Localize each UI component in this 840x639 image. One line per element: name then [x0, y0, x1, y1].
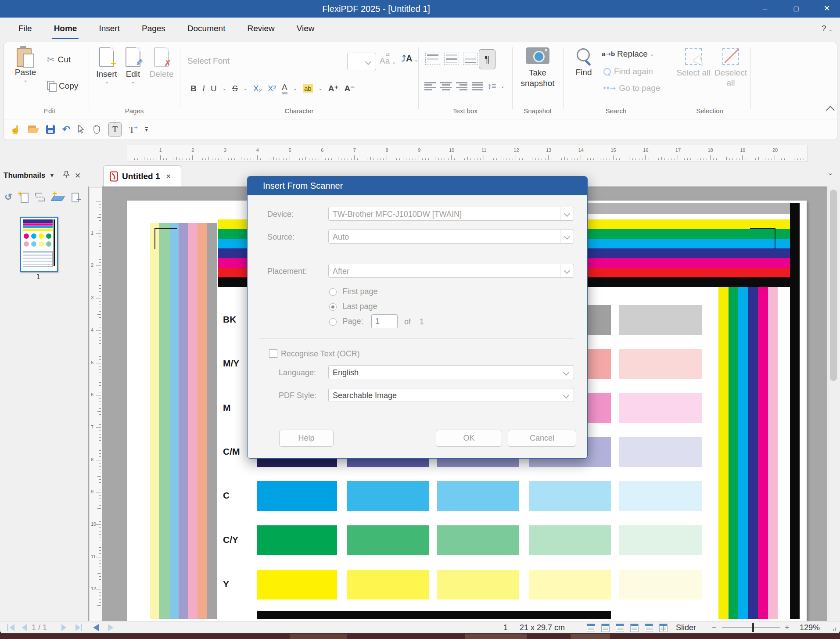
- font-color-button[interactable]: A: [282, 83, 287, 94]
- collapse-ribbon-icon[interactable]: [826, 106, 835, 115]
- pin-icon[interactable]: [62, 170, 70, 181]
- insert-page-button[interactable]: + Insert ⌄: [94, 47, 119, 85]
- last-page-radio[interactable]: Last page: [329, 302, 377, 312]
- split-page-icon[interactable]: [35, 193, 45, 201]
- touch-mode-icon[interactable]: ☝: [10, 125, 21, 135]
- scrollbar-thumb[interactable]: [830, 190, 837, 381]
- line-spacing-icon[interactable]: ↕≡: [488, 82, 496, 91]
- chevron-down-icon[interactable]: ▼: [49, 172, 55, 179]
- replace-button[interactable]: a➝b Replace ⌄: [602, 49, 654, 59]
- book-view-icon[interactable]: [659, 624, 668, 632]
- new-page-icon[interactable]: +: [19, 192, 28, 202]
- export-page-icon[interactable]: →: [71, 192, 82, 202]
- panel-divider[interactable]: [88, 187, 89, 621]
- align-center-icon[interactable]: [440, 82, 452, 91]
- align-top-icon[interactable]: [425, 53, 440, 65]
- align-bottom-icon[interactable]: [463, 53, 478, 65]
- minimize-button[interactable]: –: [758, 3, 772, 14]
- help-button[interactable]: Help: [279, 430, 334, 447]
- zoom-in-button[interactable]: +: [785, 623, 790, 632]
- zoom-slider-handle[interactable]: [752, 623, 754, 632]
- menu-insert[interactable]: Insert: [97, 24, 122, 39]
- previous-page-nav-icon[interactable]: [22, 624, 27, 631]
- actual-size-view-icon[interactable]: [587, 624, 595, 632]
- add-text-tool-icon[interactable]: T+: [129, 124, 138, 135]
- menu-view[interactable]: View: [295, 24, 316, 39]
- highlight-button[interactable]: ab: [303, 84, 313, 93]
- cancel-button[interactable]: Cancel: [508, 430, 576, 447]
- first-page-nav-icon[interactable]: [10, 624, 14, 631]
- take-snapshot-button[interactable]: Take snapshot: [516, 47, 560, 89]
- copy-button[interactable]: Copy: [47, 81, 78, 91]
- help-menu[interactable]: ? ⌄: [822, 24, 833, 33]
- align-justify-icon[interactable]: [472, 82, 483, 91]
- page-thumbnail[interactable]: [20, 217, 58, 272]
- find-again-button[interactable]: Find again: [603, 67, 653, 76]
- show-paragraph-marks-toggle[interactable]: ¶: [479, 49, 495, 69]
- fit-width-view-icon[interactable]: [601, 624, 610, 632]
- menu-home[interactable]: Home: [52, 24, 79, 39]
- maximize-button[interactable]: ▢: [790, 3, 803, 14]
- more-tools-icon[interactable]: ▾: [145, 127, 148, 132]
- menu-document[interactable]: Document: [186, 24, 227, 39]
- page-radio[interactable]: Page:: [329, 317, 363, 327]
- close-tab-icon[interactable]: ✕: [166, 172, 172, 180]
- underline-button[interactable]: U: [211, 84, 217, 93]
- superscript-button[interactable]: X²: [268, 84, 276, 93]
- menu-file[interactable]: File: [17, 24, 34, 39]
- dialog-title-bar[interactable]: Insert From Scanner: [248, 176, 587, 195]
- last-page-nav-icon[interactable]: [75, 624, 80, 631]
- first-page-radio[interactable]: First page: [329, 287, 378, 297]
- align-left-icon[interactable]: [424, 82, 436, 91]
- open-folder-icon[interactable]: [28, 126, 39, 133]
- device-select[interactable]: TW-Brother MFC-J1010DW [TWAIN]: [328, 207, 574, 221]
- facing-pages-view-icon[interactable]: [645, 624, 653, 632]
- bold-button[interactable]: B: [190, 84, 197, 93]
- go-to-page-button[interactable]: ‣‣➝ Go to page: [603, 83, 660, 93]
- pdf-style-select[interactable]: Searchable Image: [328, 388, 574, 402]
- document-tab[interactable]: Untitled 1 ✕: [103, 165, 181, 187]
- save-icon[interactable]: [46, 125, 55, 134]
- change-case-button[interactable]: ⇄ Aa ⌄: [380, 53, 396, 66]
- ok-button[interactable]: OK: [436, 430, 502, 447]
- back-view-icon[interactable]: [93, 624, 99, 631]
- menu-pages[interactable]: Pages: [140, 24, 167, 39]
- grow-font-button[interactable]: A⁺: [328, 83, 339, 93]
- font-name-field[interactable]: Select Font: [187, 56, 230, 66]
- edit-page-button[interactable]: ✎ Edit ⌄: [122, 47, 144, 85]
- shrink-font-button[interactable]: A⁻: [345, 83, 355, 93]
- page-number-input[interactable]: 1: [371, 314, 398, 328]
- close-button[interactable]: ✕: [820, 3, 833, 14]
- placement-select[interactable]: After: [328, 264, 574, 278]
- scan-page-icon[interactable]: +: [52, 192, 64, 202]
- font-size-field[interactable]: [347, 53, 376, 70]
- text-direction-button[interactable]: ⤴A ⌄: [402, 54, 418, 64]
- tab-list-icon[interactable]: ⌄: [828, 169, 833, 177]
- cursor-icon[interactable]: [78, 125, 85, 134]
- text-tool-toggle[interactable]: T: [108, 122, 122, 136]
- hand-icon[interactable]: [92, 125, 101, 134]
- language-select[interactable]: English: [328, 365, 574, 379]
- rotate-page-icon[interactable]: ↺: [4, 192, 12, 202]
- zoom-out-button[interactable]: −: [712, 623, 717, 632]
- italic-button[interactable]: I: [202, 84, 205, 93]
- align-right-icon[interactable]: [456, 82, 467, 91]
- ocr-checkbox[interactable]: [269, 349, 277, 358]
- resize-grip-icon[interactable]: [831, 628, 836, 631]
- delete-page-button[interactable]: ✗ Delete: [147, 47, 176, 79]
- close-panel-icon[interactable]: ✕: [75, 171, 81, 180]
- single-page-view-icon[interactable]: [630, 624, 639, 632]
- continuous-view-icon[interactable]: [616, 624, 624, 632]
- subscript-button[interactable]: X₂: [253, 84, 262, 93]
- undo-icon[interactable]: ↶: [62, 124, 70, 135]
- source-select[interactable]: Auto: [328, 230, 574, 244]
- forward-view-icon[interactable]: [108, 624, 114, 631]
- cut-button[interactable]: ✂ Cut: [47, 54, 71, 65]
- strikethrough-button[interactable]: S: [232, 84, 238, 93]
- menu-review[interactable]: Review: [245, 24, 276, 39]
- zoom-slider-track[interactable]: [722, 627, 780, 628]
- select-all-button[interactable]: Select all: [676, 48, 711, 78]
- deselect-all-button[interactable]: Deselect all: [712, 48, 749, 88]
- align-middle-icon[interactable]: [444, 53, 459, 65]
- find-button[interactable]: Find: [570, 47, 597, 77]
